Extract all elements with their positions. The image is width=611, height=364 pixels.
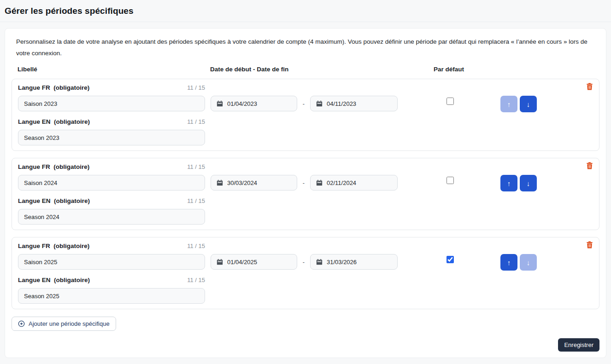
end-date-value: 04/11/2023 xyxy=(327,100,356,107)
trash-icon xyxy=(586,243,593,250)
date-range: 30/03/2024 - 02/11/2024 xyxy=(211,175,398,191)
en-name-input[interactable] xyxy=(18,288,205,304)
move-up-button[interactable]: ↑ xyxy=(500,175,517,191)
en-label-row: Langue EN (obligatoire) 11 / 15 xyxy=(18,118,205,125)
arrow-down-icon: ↓ xyxy=(527,180,530,187)
delete-period-button[interactable] xyxy=(586,83,593,91)
date-range: 01/04/2023 - 04/11/2023 xyxy=(211,96,398,111)
arrow-up-icon: ↑ xyxy=(507,101,511,108)
page-header: Gérer les périodes spécifiques xyxy=(0,0,611,22)
column-header-libelle: Libellé xyxy=(18,66,37,73)
fr-label-row: Langue FR (obligatoire) 11 / 15 xyxy=(18,84,205,91)
trash-icon xyxy=(586,164,593,171)
en-label: Langue EN (obligatoire) xyxy=(18,118,90,125)
calendar-icon xyxy=(217,100,223,107)
move-up-button[interactable]: ↑ xyxy=(500,96,517,112)
date-separator: - xyxy=(297,100,310,107)
period-list: Langue FR (obligatoire) 11 / 15 01/04/20… xyxy=(12,79,599,309)
end-date-input[interactable]: 31/03/2026 xyxy=(310,254,398,270)
period-card: Langue FR (obligatoire) 11 / 15 01/04/20… xyxy=(12,237,599,309)
period-card: Langue FR (obligatoire) 11 / 15 01/04/20… xyxy=(12,79,599,151)
column-header-par-defaut: Par défaut xyxy=(434,66,464,73)
calendar-icon xyxy=(217,179,223,186)
page-title: Gérer les périodes spécifiques xyxy=(5,6,606,16)
end-date-value: 31/03/2026 xyxy=(327,259,357,266)
start-date-input[interactable]: 30/03/2024 xyxy=(211,175,297,191)
column-headers: Libellé Date de début - Date de fin Par … xyxy=(12,66,599,73)
column-header-dates: Date de début - Date de fin xyxy=(210,66,288,73)
trash-icon xyxy=(586,85,593,92)
en-label: Langue EN (obligatoire) xyxy=(18,197,90,204)
calendar-icon xyxy=(316,179,323,186)
en-label-row: Langue EN (obligatoire) 11 / 15 xyxy=(18,277,205,283)
manage-periods-panel: Personnalisez la date de votre analyse e… xyxy=(5,28,606,358)
end-date-input[interactable]: 04/11/2023 xyxy=(310,96,398,111)
fr-name-input[interactable] xyxy=(18,96,205,111)
move-down-button[interactable]: ↓ xyxy=(520,96,537,112)
fr-label: Langue FR (obligatoire) xyxy=(18,163,89,170)
end-date-input[interactable]: 02/11/2024 xyxy=(310,175,398,191)
arrow-down-icon: ↓ xyxy=(527,101,530,108)
default-checkbox[interactable] xyxy=(446,177,454,184)
fr-label: Langue FR (obligatoire) xyxy=(18,243,89,249)
start-date-value: 01/04/2025 xyxy=(227,259,257,266)
fr-label: Langue FR (obligatoire) xyxy=(18,84,89,91)
arrow-up-icon: ↑ xyxy=(507,180,511,187)
default-checkbox[interactable] xyxy=(446,98,454,105)
add-period-label: Ajouter une période spécifique xyxy=(29,320,110,327)
start-date-input[interactable]: 01/04/2025 xyxy=(211,254,297,270)
en-char-counter: 11 / 15 xyxy=(187,277,205,283)
calendar-icon xyxy=(316,100,323,107)
move-down-button[interactable]: ↓ xyxy=(520,175,537,191)
save-button[interactable]: Enregistrer xyxy=(558,338,599,352)
delete-period-button[interactable] xyxy=(586,241,593,249)
end-date-value: 02/11/2024 xyxy=(327,179,356,186)
fr-label-row: Langue FR (obligatoire) 11 / 15 xyxy=(18,163,205,170)
arrow-down-icon: ↓ xyxy=(527,259,530,266)
calendar-icon xyxy=(217,259,223,265)
reorder-buttons: ↑ ↓ xyxy=(500,96,537,112)
en-char-counter: 11 / 15 xyxy=(187,118,205,125)
fr-char-counter: 11 / 15 xyxy=(187,84,205,91)
add-period-button[interactable]: Ajouter une période spécifique xyxy=(12,317,116,331)
fr-name-input[interactable] xyxy=(18,254,205,270)
fr-char-counter: 11 / 15 xyxy=(187,243,205,249)
fr-name-input[interactable] xyxy=(18,175,205,191)
default-checkbox[interactable] xyxy=(446,256,454,263)
fr-label-row: Langue FR (obligatoire) 11 / 15 xyxy=(18,243,205,249)
en-name-input[interactable] xyxy=(18,130,205,145)
description-text: Personnalisez la date de votre analyse e… xyxy=(12,36,599,59)
move-down-button[interactable]: ↓ xyxy=(520,254,537,271)
en-name-input[interactable] xyxy=(18,209,205,225)
move-up-button[interactable]: ↑ xyxy=(500,254,517,271)
reorder-buttons: ↑ ↓ xyxy=(500,175,537,191)
date-separator: - xyxy=(297,259,310,266)
en-label-row: Langue EN (obligatoire) 11 / 15 xyxy=(18,197,205,204)
date-separator: - xyxy=(297,179,310,186)
start-date-value: 30/03/2024 xyxy=(227,179,257,186)
plus-circle-icon xyxy=(18,320,25,327)
start-date-input[interactable]: 01/04/2023 xyxy=(211,96,297,111)
delete-period-button[interactable] xyxy=(586,162,593,170)
fr-char-counter: 11 / 15 xyxy=(187,163,205,170)
arrow-up-icon: ↑ xyxy=(507,259,511,266)
date-range: 01/04/2025 - 31/03/2026 xyxy=(211,254,398,270)
en-label: Langue EN (obligatoire) xyxy=(18,277,90,283)
en-char-counter: 11 / 15 xyxy=(187,197,205,204)
save-row: Enregistrer xyxy=(12,338,599,352)
calendar-icon xyxy=(316,259,323,265)
period-card: Langue FR (obligatoire) 11 / 15 30/03/20… xyxy=(12,158,599,230)
reorder-buttons: ↑ ↓ xyxy=(500,254,537,271)
start-date-value: 01/04/2023 xyxy=(227,100,257,107)
